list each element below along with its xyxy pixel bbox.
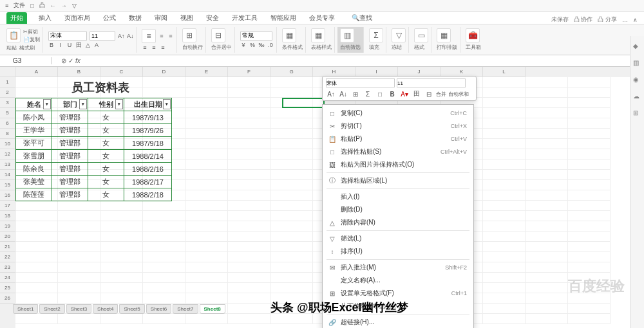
row-header[interactable]: 18: [0, 211, 15, 221]
share-button[interactable]: 凸 分享: [598, 15, 617, 24]
filter-dropdown-icon[interactable]: ▾: [79, 99, 87, 109]
table-row[interactable]: 陈莲莲管理部女1988/2/18: [16, 188, 172, 201]
toolbox-button[interactable]: 🧰: [466, 28, 480, 42]
mini-bold-button[interactable]: B: [387, 89, 397, 98]
table-row[interactable]: 王学华管理部女1987/9/26: [16, 124, 172, 137]
context-menu-item[interactable]: 删除(D): [323, 203, 473, 216]
sheet-tab[interactable]: Sheet2: [39, 304, 64, 314]
mini-font-size[interactable]: [397, 78, 466, 87]
context-menu-item[interactable]: ▽筛选(L): [323, 232, 473, 245]
font-name-select[interactable]: [48, 32, 87, 41]
col-header[interactable]: D: [143, 67, 185, 77]
row-header[interactable]: 20: [0, 232, 15, 242]
mini-fill-icon[interactable]: □: [375, 89, 385, 98]
paste-icon[interactable]: 📋: [6, 28, 21, 42]
context-menu-item[interactable]: 定义名称(A)...: [323, 274, 473, 287]
mini-font-name[interactable]: [326, 78, 395, 87]
row-header[interactable]: 21: [0, 242, 15, 252]
copy-button[interactable]: 📄复制: [23, 36, 40, 43]
panel-icon[interactable]: ◆: [633, 42, 642, 51]
qa-redo-icon[interactable]: →: [61, 3, 67, 9]
tab-security[interactable]: 安全: [205, 12, 220, 24]
context-menu-item[interactable]: ✂剪切(T)Ctrl+X: [323, 120, 473, 132]
increase-font-icon[interactable]: A↑: [118, 33, 124, 39]
row-header[interactable]: 19: [0, 221, 15, 232]
table-style-button[interactable]: ▦: [311, 28, 325, 42]
qa-save-icon[interactable]: □: [30, 3, 33, 9]
name-box[interactable]: G3: [0, 57, 52, 64]
table-row[interactable]: 陈余良管理部女1988/2/16: [16, 163, 172, 176]
auto-filter-button[interactable]: ▥: [340, 28, 354, 42]
italic-button[interactable]: I: [57, 42, 64, 48]
context-menu-item[interactable]: 插入(I): [323, 190, 473, 203]
table-row[interactable]: 张雪朋管理部女1988/2/14: [16, 150, 172, 163]
underline-button[interactable]: U: [66, 42, 73, 48]
sheet-tab[interactable]: Sheet5: [119, 304, 144, 314]
mini-border-button[interactable]: 田: [412, 89, 422, 98]
tab-view[interactable]: 视图: [179, 12, 194, 24]
row-header[interactable]: 17: [0, 201, 15, 211]
sheet-tab[interactable]: Sheet7: [173, 304, 198, 314]
col-header[interactable]: G: [270, 67, 313, 77]
context-menu-item[interactable]: ⊞设置单元格格式(F)Ctrl+1: [323, 287, 473, 300]
col-header[interactable]: L: [483, 67, 526, 77]
mini-merge-icon[interactable]: ⊞: [350, 89, 361, 98]
mini-font-color-button[interactable]: A▾: [399, 89, 410, 98]
more-icon[interactable]: …: [622, 17, 628, 23]
qa-dropdown-icon[interactable]: ▽: [72, 3, 77, 9]
qa-file[interactable]: 文件: [14, 1, 25, 10]
wrap-text-button[interactable]: ⊞: [182, 28, 196, 42]
filter-dropdown-icon[interactable]: ▾: [115, 99, 123, 109]
filter-dropdown-icon[interactable]: ▾: [43, 99, 51, 109]
context-menu-item[interactable]: △清除内容(N): [323, 216, 473, 229]
row-header[interactable]: 22: [0, 252, 15, 262]
tab-data[interactable]: 数据: [128, 12, 143, 24]
col-header[interactable]: B: [58, 67, 100, 77]
qa-print-icon[interactable]: 凸: [39, 1, 45, 10]
col-header[interactable]: E: [185, 67, 228, 77]
mini-merge-label[interactable]: 合并: [436, 89, 446, 98]
mini-merge-button[interactable]: ⊟: [424, 89, 434, 98]
row-header[interactable]: 25: [0, 283, 15, 293]
col-header[interactable]: C: [100, 67, 143, 77]
context-menu-item[interactable]: ⓘ选择粘贴区域(L): [323, 174, 473, 187]
font-size-select[interactable]: [90, 32, 115, 41]
tab-smart[interactable]: 智能应用: [269, 12, 298, 24]
collab-button[interactable]: 凸 协作: [574, 15, 593, 24]
tab-insert[interactable]: 插入: [37, 12, 53, 24]
sheet-tab[interactable]: Sheet3: [66, 304, 91, 314]
format-button[interactable]: ▭: [414, 28, 428, 42]
context-menu-item[interactable]: □复制(C)Ctrl+C: [323, 107, 473, 120]
fill-color-button[interactable]: △: [84, 42, 91, 48]
panel-icon[interactable]: ☁: [633, 93, 642, 102]
sheet-tab[interactable]: Sheet4: [93, 304, 118, 314]
table-row[interactable]: 张美莹管理部女1988/2/17: [16, 176, 172, 188]
freeze-button[interactable]: ▦: [437, 28, 451, 42]
align-icon[interactable]: ≡: [142, 29, 156, 43]
row-header[interactable]: 26: [0, 293, 15, 304]
panel-icon[interactable]: ◉: [633, 76, 642, 85]
qa-undo-icon[interactable]: ←: [50, 3, 56, 9]
tab-vip[interactable]: 会员专享: [308, 12, 336, 24]
cut-button[interactable]: ✂剪切: [23, 28, 40, 35]
mini-sum-icon[interactable]: Σ: [363, 89, 373, 98]
mini-autosum-label[interactable]: 自动求和: [448, 89, 469, 98]
cond-format-button[interactable]: ▦: [282, 28, 296, 42]
decrease-font-icon[interactable]: A↓: [127, 33, 133, 39]
context-menu-item[interactable]: ✉插入批注(M)Shift+F2: [323, 261, 473, 274]
tab-developer[interactable]: 开发工具: [231, 12, 259, 24]
format-painter[interactable]: 格式刷: [19, 44, 35, 51]
context-menu-item[interactable]: ↕排序(U): [323, 245, 473, 258]
filter-dropdown-icon[interactable]: ▾: [163, 99, 171, 109]
filter-button[interactable]: ▽: [392, 28, 406, 42]
search-icon[interactable]: 🔍查找: [350, 12, 374, 24]
sheet-tab[interactable]: Sheet6: [146, 304, 171, 314]
context-menu-item[interactable]: 🖼粘贴为图片并保持格式(O): [323, 158, 473, 171]
mini-increase-font-icon[interactable]: A↑: [326, 89, 336, 98]
row-header[interactable]: 23: [0, 262, 15, 273]
table-row[interactable]: 陈小凤管理部女1987/9/13: [16, 111, 172, 124]
tab-formulas[interactable]: 公式: [102, 12, 117, 24]
context-menu-item[interactable]: 🔗超链接(H)...: [323, 316, 473, 328]
worksheet[interactable]: 12356810121314151617181920212223242526 A…: [0, 67, 644, 328]
col-header[interactable]: A: [15, 67, 58, 77]
